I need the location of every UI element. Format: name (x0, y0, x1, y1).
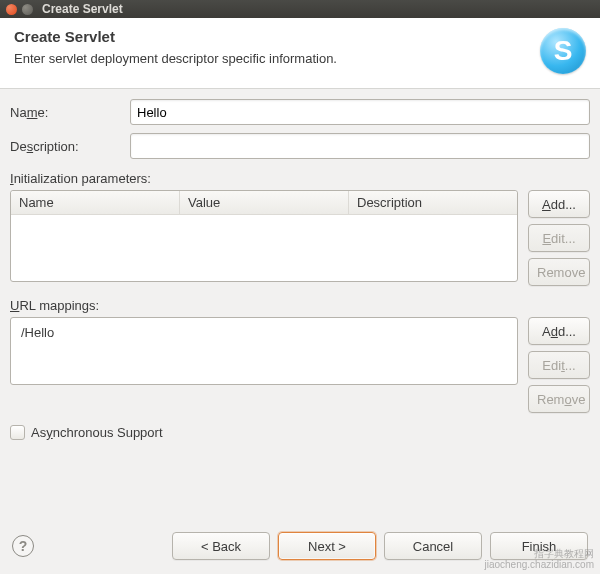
async-support-label: Asynchronous Support (31, 425, 163, 440)
init-params-label: Initialization parameters: (10, 171, 590, 186)
dialog-header: Create Servlet Enter servlet deployment … (0, 18, 600, 89)
name-label: Name: (10, 105, 120, 120)
init-params-table-header: Name Value Description (11, 191, 517, 215)
init-col-desc[interactable]: Description (349, 191, 517, 214)
window-minimize-button[interactable] (22, 4, 33, 15)
finish-button[interactable]: Finish (490, 532, 588, 560)
dialog-footer: ? < Back Next > Cancel Finish (0, 522, 600, 574)
async-support-checkbox[interactable]: Asynchronous Support (10, 425, 590, 440)
window-titlebar: Create Servlet (0, 0, 600, 18)
list-item[interactable]: /Hello (11, 322, 517, 343)
init-col-value[interactable]: Value (180, 191, 349, 214)
url-mappings-label: URL mappings: (10, 298, 590, 313)
next-button[interactable]: Next > (278, 532, 376, 560)
init-col-name[interactable]: Name (11, 191, 180, 214)
init-edit-button: Edit... (528, 224, 590, 252)
page-title: Create Servlet (14, 28, 540, 45)
description-label: Description: (10, 139, 120, 154)
url-edit-button: Edit... (528, 351, 590, 379)
init-params-table-body[interactable] (11, 215, 517, 281)
name-input[interactable] (130, 99, 590, 125)
init-add-button[interactable]: Add... (528, 190, 590, 218)
url-mappings-list[interactable]: /Hello (10, 317, 518, 385)
cancel-button[interactable]: Cancel (384, 532, 482, 560)
window-close-button[interactable] (6, 4, 17, 15)
help-icon[interactable]: ? (12, 535, 34, 557)
init-params-table[interactable]: Name Value Description (10, 190, 518, 282)
back-button[interactable]: < Back (172, 532, 270, 560)
url-add-button[interactable]: Add... (528, 317, 590, 345)
servlet-icon: S (540, 28, 586, 74)
init-remove-button: Remove (528, 258, 590, 286)
checkbox-box[interactable] (10, 425, 25, 440)
url-remove-button: Remove (528, 385, 590, 413)
description-input[interactable] (130, 133, 590, 159)
page-subtitle: Enter servlet deployment descriptor spec… (14, 51, 540, 66)
window-title: Create Servlet (42, 2, 123, 16)
